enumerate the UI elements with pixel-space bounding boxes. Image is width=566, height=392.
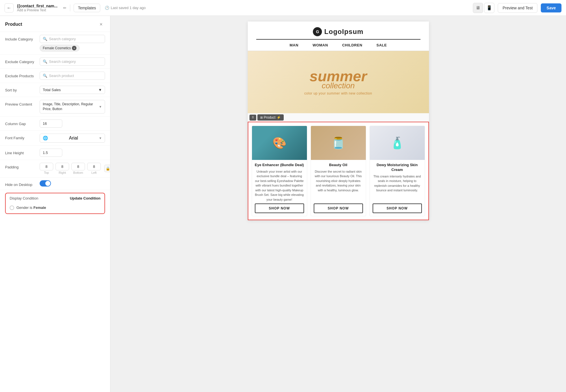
line-height-label: Line Height [5, 149, 36, 155]
condition-value: Female [33, 205, 46, 210]
product-card-2: 🫙 Beauty Oil Discover the secret to radi… [311, 126, 366, 216]
column-gap-row: Column Gap [0, 117, 110, 131]
search-icon-2: 🔍 [43, 59, 47, 64]
preview-content-select[interactable]: Image, Title, Description, Regular Price… [40, 100, 105, 113]
column-gap-input[interactable] [40, 119, 62, 128]
include-category-content: 🔍 Search category Female Cosmetics × [40, 35, 105, 52]
back-button[interactable]: ← [5, 3, 14, 12]
condition-item: Gender is Female [6, 203, 104, 213]
hide-on-desktop-label: Hide on Desktop [5, 180, 36, 187]
product-card-1: 🎨 Eye Enhancer (Bundle Deal) Unleash you… [252, 126, 307, 216]
exclude-products-row: Exclude Products 🔍 Search product [0, 69, 110, 83]
product-shop-button-2[interactable]: SHOP NOW [314, 204, 363, 213]
preview-content-value: Image, Title, Description, Regular Price… [43, 102, 97, 112]
padding-inputs: Top Right Bottom Left 🔒 [40, 163, 110, 174]
update-condition-button[interactable]: Update Condition [70, 196, 101, 200]
exclude-category-label: Exclude Category [5, 57, 36, 64]
product-img-oil: 🫙 [311, 126, 366, 160]
padding-right-input[interactable] [55, 163, 69, 170]
logo-name: LogoIpsum [324, 28, 363, 36]
title-area: {{contact_first_nam... Add a Preview Tex… [17, 4, 57, 12]
email-frame: G LogoIpsum MAN WOMAN CHILDREN SALE summ… [248, 22, 429, 220]
desktop-device-button[interactable]: 🖥 [473, 3, 483, 13]
sort-by-row: Sort by Total Sales ▼ [0, 83, 110, 97]
padding-row: Padding Top Right Bottom [0, 160, 110, 177]
product-shop-button-1[interactable]: SHOP NOW [255, 204, 304, 213]
saved-status: 🕐 Last saved 1 day ago [105, 6, 146, 10]
product-card-3: 🧴 Dewy Moisturizing Skin Cream This crea… [369, 126, 425, 216]
save-button[interactable]: Save [541, 3, 561, 12]
exclude-products-label: Exclude Products [5, 72, 36, 78]
sort-by-select[interactable]: Total Sales ▼ [40, 86, 105, 94]
drag-handle-button[interactable]: ⠿ [249, 115, 256, 121]
mobile-device-button[interactable]: 📱 [484, 3, 494, 13]
product-name-1: Eye Enhancer (Bundle Deal) [255, 163, 304, 168]
nav-item-man: MAN [290, 43, 298, 47]
product-img-cream: 🧴 [370, 126, 425, 160]
condition-text: Gender is Female [16, 205, 46, 210]
main-layout: Product × Include Category 🔍 Search cate… [0, 16, 566, 392]
nav-item-children: CHILDREN [342, 43, 362, 47]
tag-remove-button[interactable]: × [72, 46, 76, 50]
line-height-input[interactable] [40, 149, 62, 157]
product-toolbar: ⠿ ⊞ Product ⚡ [248, 113, 429, 122]
include-category-row: Include Category 🔍 Search category Femal… [0, 32, 110, 55]
padding-top-label: Top [44, 171, 49, 174]
display-condition-box: Display Condition Update Condition Gende… [5, 193, 105, 214]
font-family-row: Font Family 🌐 Arial ▼ [0, 131, 110, 146]
product-image-2: 🫙 [311, 126, 366, 160]
sidebar-header: Product × [0, 16, 110, 32]
include-category-placeholder: Search category [49, 37, 76, 41]
sidebar-title: Product [5, 22, 22, 27]
padding-lock-button[interactable]: 🔒 [104, 165, 110, 172]
tag-label: Female Cosmetics [43, 46, 71, 50]
product-image-3: 🧴 [370, 126, 425, 160]
saved-text: Last saved 1 day ago [111, 6, 146, 10]
product-shop-button-3[interactable]: SHOP NOW [373, 204, 422, 213]
banner-text: summer collection color up your summer w… [304, 69, 372, 95]
font-family-select[interactable]: 🌐 Arial ▼ [40, 134, 105, 143]
padding-label: Padding [5, 163, 36, 169]
product-toolbar-button[interactable]: ⊞ Product ⚡ [257, 114, 284, 121]
email-banner: summer collection color up your summer w… [248, 51, 429, 113]
chevron-down-icon-2: ▼ [99, 105, 102, 108]
search-icon: 🔍 [43, 37, 47, 41]
templates-button[interactable]: Templates [74, 4, 100, 12]
padding-content: Top Right Bottom Left 🔒 [40, 163, 110, 174]
toggle-track[interactable] [40, 180, 51, 187]
email-logo-area: G LogoIpsum [256, 22, 420, 40]
product-image-1: 🎨 [252, 126, 307, 160]
include-category-search[interactable]: 🔍 Search category [40, 35, 105, 43]
display-condition-label: Display Condition [10, 196, 38, 200]
exclude-category-search[interactable]: 🔍 Search category [40, 57, 105, 66]
grid-icon: ⊞ [260, 116, 263, 119]
divider-1 [70, 5, 70, 11]
exclude-products-search[interactable]: 🔍 Search product [40, 72, 105, 80]
product-name-3: Dewy Moisturizing Skin Cream [373, 163, 422, 172]
padding-left-group: Left [87, 163, 101, 174]
eye-palette-icon: 🎨 [272, 136, 287, 150]
exclude-category-row: Exclude Category 🔍 Search category [0, 55, 110, 69]
product-grid: 🎨 Eye Enhancer (Bundle Deal) Unleash you… [249, 123, 427, 219]
hide-on-desktop-row: Hide on Desktop [0, 177, 110, 190]
column-gap-label: Column Gap [5, 119, 36, 126]
preview-and-test-button[interactable]: Preview and Test [498, 3, 537, 13]
padding-left-label: Left [91, 171, 97, 174]
padding-right-label: Right [59, 171, 66, 174]
padding-bottom-input[interactable] [71, 163, 85, 170]
exclude-category-placeholder: Search category [49, 59, 76, 64]
chevron-down-icon: ▼ [98, 88, 102, 92]
condition-radio[interactable] [10, 205, 14, 210]
exclude-category-content: 🔍 Search category [40, 57, 105, 66]
padding-left-input[interactable] [87, 163, 101, 170]
product-body-2: Beauty Oil Discover the secret to radian… [311, 160, 366, 216]
preview-content-content: Image, Title, Description, Regular Price… [40, 100, 105, 113]
sidebar-close-button[interactable]: × [97, 20, 105, 28]
sort-by-label: Sort by [5, 86, 36, 92]
padding-right-group: Right [55, 163, 69, 174]
page-title: {{contact_first_nam... [17, 4, 57, 8]
include-category-label: Include Category [5, 35, 36, 41]
hide-on-desktop-toggle[interactable] [40, 180, 105, 187]
padding-top-input[interactable] [40, 163, 53, 170]
edit-icon[interactable]: ✏ [63, 6, 67, 10]
